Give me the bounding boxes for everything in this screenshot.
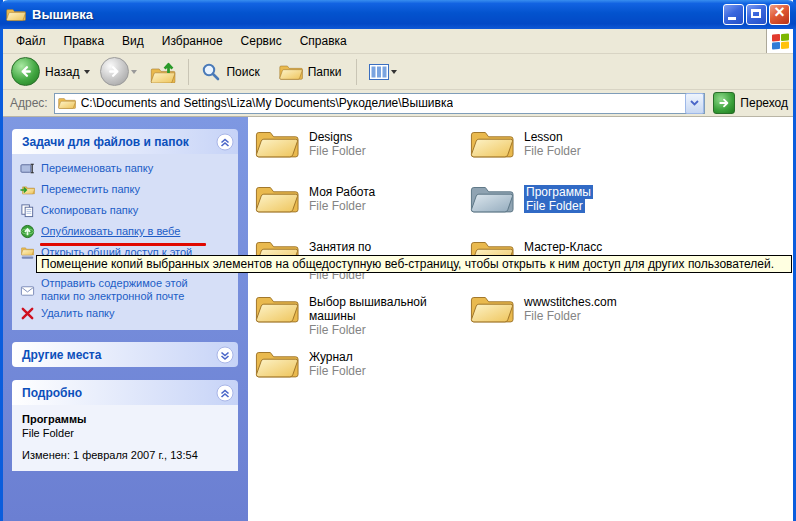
back-label: Назад [45,65,79,79]
menu-tools[interactable]: Сервис [232,31,291,51]
details-title: Подробно [22,386,82,400]
views-icon [369,64,389,80]
file-item-zhurnal[interactable]: ЖурналFile Folder [255,347,460,380]
file-name: Мастер-Класс [524,240,602,254]
address-bar: Адрес: C:\Documents and Settings\Liza\My… [3,90,793,117]
details-item-type: File Folder [22,427,230,439]
explorer-window: Вышивка Файл Правка Вид Избранное Сервис… [0,0,796,521]
file-item-designs[interactable]: DesignsFile Folder [255,127,460,160]
go-button[interactable] [713,92,735,114]
forward-arrow-icon [100,57,129,86]
menu-favorites[interactable]: Избранное [153,31,232,51]
toolbar: Назад Поиск [3,54,793,90]
address-dropdown-button[interactable] [685,93,704,114]
up-button[interactable] [145,59,181,85]
task-copy-folder[interactable]: Скопировать папку [18,200,234,221]
file-type: File Folder [309,323,366,337]
tasks-panel-title: Задачи для файлов и папок [22,135,189,149]
chevron-down-icon[interactable] [216,346,234,364]
go-label[interactable]: Переход [740,96,788,110]
file-name: Программы [524,185,593,199]
folders-icon [279,63,303,81]
search-button[interactable]: Поиск [196,60,267,84]
folders-button[interactable]: Папки [274,61,350,83]
other-places-title: Другие места [22,348,101,362]
address-folder-icon [58,96,76,110]
tasks-panel: Задачи для файлов и папок Переименовать … [12,129,238,330]
task-delete-folder[interactable]: Удалить папку [18,303,234,324]
views-button[interactable] [364,62,408,82]
delete-icon [20,306,35,321]
chevron-up-icon[interactable] [216,384,234,402]
file-name: Моя Работа [309,185,375,199]
file-item-vybor-mashiny[interactable]: Выбор вышивальной машиныFile Folder [255,292,460,337]
file-item-wwwstitches[interactable]: wwwstitches.comFile Folder [470,292,675,325]
forward-dropdown-caret [131,70,137,74]
red-underline-annotation [40,243,206,246]
window-folder-icon [6,7,26,22]
task-publish-folder-to-web[interactable]: Опубликовать папку в вебе [18,221,234,242]
tasks-panel-header[interactable]: Задачи для файлов и папок [12,129,238,154]
folder-icon [470,127,514,160]
forward-button[interactable] [100,57,143,86]
address-label: Адрес: [10,96,48,110]
file-name: Lesson [524,130,563,144]
publish-web-icon [20,224,35,239]
up-folder-icon [150,61,176,83]
email-icon [20,283,35,298]
details-item-name: Программы [22,413,230,425]
file-item-lesson[interactable]: LessonFile Folder [470,127,675,160]
details-panel: Подробно Программы File Folder Изменен: … [12,380,238,471]
views-dropdown-caret[interactable] [391,70,397,74]
windows-logo-icon [766,29,793,53]
file-item-programmy-selected[interactable]: ПрограммыFile Folder [470,182,675,215]
task-move-folder[interactable]: Переместить папку [18,179,234,200]
menu-edit[interactable]: Правка [55,31,114,51]
menu-bar: Файл Правка Вид Избранное Сервис Справка [3,29,793,54]
other-places-panel: Другие места [12,342,238,367]
file-item-moya-rabota[interactable]: Моя РаботаFile Folder [255,182,460,215]
toolbar-separator [188,59,189,85]
file-type: File Folder [309,199,366,213]
menu-help[interactable]: Справка [291,31,356,51]
folder-icon-selected [470,182,514,215]
chevron-up-icon[interactable] [216,133,234,151]
share-folder-icon [20,245,35,260]
search-label: Поиск [226,65,259,79]
copy-folder-icon [20,203,35,218]
file-name: Designs [309,130,352,144]
back-arrow-icon [11,57,40,86]
file-name: wwwstitches.com [524,295,617,309]
folder-icon [470,292,514,325]
folders-label: Папки [308,65,342,79]
maximize-button[interactable] [746,4,767,25]
window-border-left [0,0,3,521]
rename-folder-icon [20,161,35,176]
file-name: Журнал [309,350,353,364]
minimize-button[interactable] [723,4,744,25]
address-input[interactable]: C:\Documents and Settings\Liza\My Docume… [54,93,706,114]
toolbar-separator [356,59,357,85]
file-type: File Folder [524,199,585,213]
menu-file[interactable]: Файл [7,31,55,51]
folder-icon [255,127,299,160]
details-header[interactable]: Подробно [12,380,238,405]
folder-icon [255,347,299,380]
folder-icon [255,182,299,215]
file-type: File Folder [309,364,366,378]
search-icon [201,62,221,82]
close-button[interactable] [769,4,790,25]
back-dropdown-caret[interactable] [84,70,90,74]
address-path: C:\Documents and Settings\Liza\My Docume… [81,96,453,110]
task-email-folder[interactable]: Отправить содержимое этой папки по элект… [18,277,234,303]
menu-view[interactable]: Вид [113,31,153,51]
details-modified: Изменен: 1 февраля 2007 г., 13:54 [22,449,230,461]
tooltip: Помещение копий выбранных элементов на о… [36,255,792,273]
back-button[interactable]: Назад [11,57,96,86]
file-list: DesignsFile Folder LessonFile Folder Моя… [248,117,793,521]
task-rename-folder[interactable]: Переименовать папку [18,158,234,179]
file-name: Выбор вышивальной машины [309,295,460,323]
other-places-header[interactable]: Другие места [12,342,238,367]
file-type: File Folder [309,144,366,158]
title-bar[interactable]: Вышивка [0,0,796,29]
